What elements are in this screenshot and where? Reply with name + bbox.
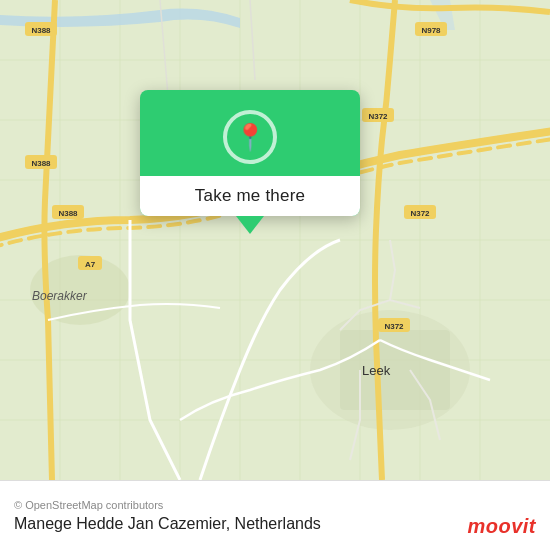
svg-text:N388: N388 [31, 159, 51, 168]
svg-text:N372: N372 [384, 322, 404, 331]
moovit-wordmark: moovit [467, 515, 536, 538]
moovit-logo: moovit [467, 515, 536, 538]
svg-text:A7: A7 [85, 260, 96, 269]
take-me-there-button[interactable]: Take me there [140, 176, 360, 216]
svg-text:N372: N372 [368, 112, 388, 121]
svg-text:Leek: Leek [362, 363, 391, 378]
location-pin-icon: 📍 [234, 124, 266, 150]
svg-text:N372: N372 [410, 209, 430, 218]
location-name: Manege Hedde Jan Cazemier, Netherlands [14, 515, 536, 533]
svg-text:Boerakker: Boerakker [32, 289, 88, 303]
copyright-text: © OpenStreetMap contributors [14, 499, 536, 511]
location-icon-wrap: 📍 [223, 110, 277, 164]
map-area: A7 A7 N388 N388 N388 N978 N372 N372 N372 [0, 0, 550, 480]
bottom-bar: © OpenStreetMap contributors Manege Hedd… [0, 480, 550, 550]
svg-text:N388: N388 [31, 26, 51, 35]
svg-rect-18 [340, 330, 450, 410]
svg-text:N388: N388 [58, 209, 78, 218]
popup-card: 📍 Take me there [140, 90, 360, 216]
svg-text:N978: N978 [421, 26, 441, 35]
